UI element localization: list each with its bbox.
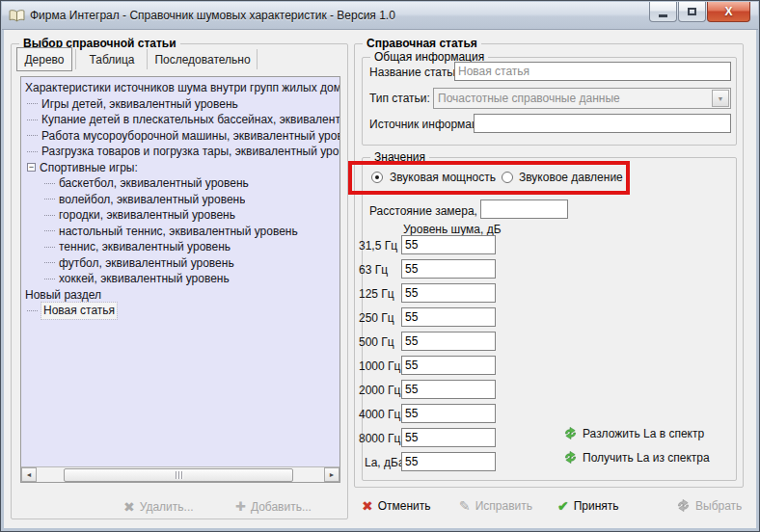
freq-label: 1000 Гц (359, 359, 400, 373)
freq-input-125[interactable] (401, 283, 496, 303)
tree-item[interactable]: настольный теннис, эквивалентный уровень (21, 224, 339, 240)
freq-label: 250 Гц (359, 311, 394, 325)
tab-separator (147, 49, 148, 69)
cancel-button[interactable]: Отменить (362, 498, 431, 514)
radio-sound-pressure[interactable] (502, 172, 513, 183)
freq-label: 500 Гц (359, 335, 394, 349)
tree-item[interactable]: хоккей, эквивалентный уровень (21, 271, 339, 287)
titlebar: Фирма Интеграл - Справочник шумовых хара… (2, 2, 758, 30)
article-name-label: Название статьи: (369, 66, 463, 79)
radio-sound-power[interactable] (371, 172, 383, 183)
tab-tree[interactable]: Дерево (16, 47, 72, 71)
tree-item-selected[interactable]: Новая статья (21, 303, 339, 319)
dropdown-arrow-icon[interactable] (712, 90, 729, 107)
info-source-input[interactable] (474, 114, 731, 133)
close-button[interactable]: X (707, 2, 750, 22)
tab-table[interactable]: Таблица (80, 47, 144, 71)
tree-horizontal-scrollbar[interactable] (21, 466, 339, 482)
scroll-right-button[interactable] (324, 467, 339, 482)
collapse-minus-icon[interactable] (27, 163, 36, 172)
close-icon: X (724, 6, 732, 17)
edit-button[interactable]: Исправить (459, 498, 532, 514)
app-window: Фирма Интеграл - Справочник шумовых хара… (0, 0, 760, 532)
article-tree[interactable]: Характеристики источников шума внутри гр… (20, 76, 340, 483)
minimize-button[interactable] (649, 2, 677, 22)
freq-input-31_5[interactable] (401, 235, 496, 254)
tab-sequential[interactable]: Последовательно (151, 47, 254, 71)
tree-item[interactable]: футбол, эквивалентный уровень (21, 255, 339, 272)
tree-connector (44, 279, 55, 279)
la-label: La, дБа (365, 456, 405, 469)
freq-input-8000[interactable] (401, 428, 496, 447)
right-group-title: Справочная статья (363, 37, 481, 50)
accept-button[interactable]: Принять (557, 498, 619, 514)
freq-label: 125 Гц (359, 287, 394, 301)
tree-connector (27, 310, 38, 311)
article-type-combobox[interactable]: Почастотные справочные данные (433, 88, 731, 109)
add-plus-icon (235, 499, 246, 514)
tab-separator (75, 49, 76, 69)
freq-input-1000[interactable] (401, 356, 496, 375)
values-title: Значения (370, 150, 429, 164)
decompose-la-button[interactable]: Разложить La в спектр (563, 426, 704, 440)
tree-connector (27, 120, 38, 120)
freq-input-4000[interactable] (401, 404, 496, 423)
tree-item[interactable]: Купание детей в плескательных бассейнах,… (21, 112, 339, 128)
freq-input-500[interactable] (401, 332, 496, 351)
tree-connector (44, 199, 55, 200)
freq-input-63[interactable] (401, 259, 496, 279)
tree-item[interactable]: Характеристики источников шума внутри гр… (21, 80, 339, 96)
tree-item[interactable]: баскетбол, эквивалентный уровень (21, 175, 339, 192)
add-button[interactable]: Добавить... (235, 499, 312, 514)
freq-label: 31,5 Гц (359, 239, 397, 253)
distance-label: Расстояние замера, м: (369, 204, 492, 218)
article-type-value: Почастотные справочные данные (434, 92, 712, 105)
compose-la-button[interactable]: Получить La из спектра (563, 450, 710, 465)
tree-connector (44, 183, 55, 184)
freq-label: 4000 Гц (359, 408, 400, 421)
maximize-button[interactable] (678, 2, 706, 22)
scroll-left-button[interactable] (21, 467, 37, 482)
tree-connector (44, 262, 55, 263)
tree-item[interactable]: Новый раздел (21, 287, 339, 304)
distance-input[interactable] (480, 200, 568, 219)
tree-item[interactable]: волейбол, эквивалентный уровень (21, 192, 339, 208)
tree-connector (27, 103, 38, 104)
freq-input-250[interactable] (401, 307, 496, 327)
article-type-label: Тип статьи: (369, 92, 430, 105)
tree-item[interactable]: городки, эквивалентный уровень (21, 207, 339, 224)
delete-x-icon (123, 499, 135, 515)
tree-connector (44, 215, 55, 216)
select-button[interactable]: Выбрать (676, 498, 742, 513)
tab-separator (257, 49, 258, 69)
tree-item[interactable]: Разгрузка товаров и погрузка тары, эквив… (21, 144, 339, 160)
tree-connector (44, 247, 55, 248)
la-input[interactable] (401, 452, 496, 471)
tree-item[interactable]: Игры детей, эквивалентный уровень (21, 96, 339, 113)
recycle-arrows-icon (563, 426, 578, 440)
tree-item[interactable]: Спортивные игры: (21, 160, 339, 176)
freq-input-2000[interactable] (401, 380, 496, 399)
check-icon (557, 498, 569, 514)
tree-item[interactable]: теннис, эквивалентный уровень (21, 239, 339, 255)
freq-label: 63 Гц (359, 263, 388, 277)
tree-connector (27, 151, 38, 152)
tree-connector (44, 230, 55, 231)
radio-sound-pressure-label[interactable]: Звуковое давление (519, 171, 623, 184)
pencil-icon (459, 498, 471, 514)
scrollbar-thumb[interactable] (64, 468, 293, 482)
app-book-icon (9, 9, 25, 23)
freq-label: 2000 Гц (359, 384, 400, 397)
tree-connector (27, 135, 38, 136)
tree-item[interactable]: Работа мусороуборочной машины, эквивален… (21, 128, 339, 145)
radio-sound-power-label[interactable]: Звуковая мощность (390, 171, 496, 184)
recycle-arrows-gray-icon (676, 498, 691, 513)
maximize-icon (688, 8, 696, 15)
delete-button[interactable]: Удалить... (123, 499, 194, 515)
recycle-arrows-icon (563, 450, 578, 465)
article-name-input[interactable] (454, 62, 731, 81)
noise-level-column-header: Уровень шума, дБ (403, 223, 502, 236)
cancel-x-icon (362, 498, 373, 514)
minimize-icon (659, 14, 667, 17)
window-title: Фирма Интеграл - Справочник шумовых хара… (30, 9, 395, 22)
